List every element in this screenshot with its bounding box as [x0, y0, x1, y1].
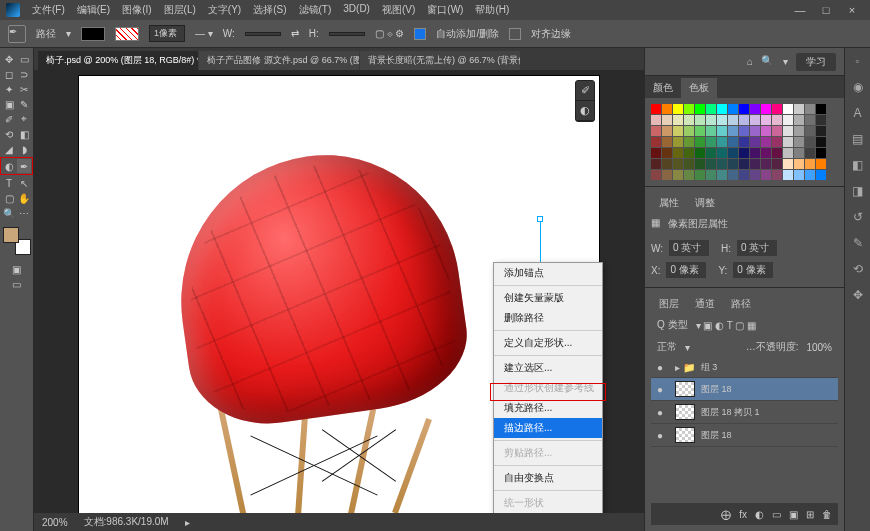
window-minimize[interactable]: —: [788, 4, 812, 16]
visibility-icon[interactable]: ●: [657, 430, 669, 441]
path-segment[interactable]: [540, 222, 541, 262]
swatch[interactable]: [673, 137, 683, 147]
menu-item[interactable]: 3D(D): [337, 1, 376, 19]
swatch[interactable]: [750, 170, 760, 180]
swatch[interactable]: [717, 115, 727, 125]
layer-action-icon[interactable]: 🗑: [822, 509, 832, 520]
auto-add-delete-checkbox[interactable]: [414, 28, 426, 40]
swatch[interactable]: [761, 170, 771, 180]
hand-tool[interactable]: ✋: [17, 191, 31, 205]
swatch[interactable]: [717, 137, 727, 147]
swatch[interactable]: [761, 159, 771, 169]
visibility-icon[interactable]: ●: [657, 362, 669, 373]
swatch[interactable]: [761, 137, 771, 147]
swatch[interactable]: [816, 126, 826, 136]
context-menu-item[interactable]: 填充路径...: [494, 398, 602, 418]
swatch[interactable]: [695, 148, 705, 158]
adjustments-tab[interactable]: 调整: [687, 193, 723, 213]
swatch[interactable]: [750, 137, 760, 147]
layer-name[interactable]: 图层 18: [701, 383, 832, 396]
swatch[interactable]: [662, 104, 672, 114]
collapsed-panel-icon[interactable]: ◧: [850, 158, 866, 174]
swatch[interactable]: [816, 148, 826, 158]
swatch[interactable]: [783, 126, 793, 136]
path-select-tool[interactable]: ↖: [17, 176, 31, 190]
swatch[interactable]: [706, 115, 716, 125]
swatch[interactable]: [684, 126, 694, 136]
active-tool-icon[interactable]: ✒: [8, 25, 26, 43]
swatch[interactable]: [783, 137, 793, 147]
quickmask-tool[interactable]: ▣: [10, 262, 24, 276]
layer-name[interactable]: 组 3: [701, 361, 832, 374]
canvas-area[interactable]: ✐ ◐ 添加锚点创建矢量蒙版删除路径定义自定形状...建立选区...通过形状创建…: [34, 70, 644, 513]
menu-item[interactable]: 图层(L): [158, 1, 202, 19]
swatch[interactable]: [673, 170, 683, 180]
swatch[interactable]: [684, 137, 694, 147]
menu-item[interactable]: 滤镜(T): [293, 1, 338, 19]
edit-toolbar[interactable]: ⋯: [17, 206, 31, 220]
paths-tab[interactable]: 路径: [723, 294, 759, 314]
layer-row[interactable]: ●图层 18: [651, 378, 838, 401]
layer-action-icon[interactable]: fx: [739, 509, 747, 520]
swatch[interactable]: [684, 148, 694, 158]
swatch[interactable]: [662, 137, 672, 147]
swatch[interactable]: [816, 170, 826, 180]
canvas[interactable]: ✐ ◐ 添加锚点创建矢量蒙版删除路径定义自定形状...建立选区...通过形状创建…: [79, 76, 599, 513]
swatch[interactable]: [805, 170, 815, 180]
swatch[interactable]: [695, 159, 705, 169]
swatch[interactable]: [739, 170, 749, 180]
swatch[interactable]: [684, 104, 694, 114]
swatch[interactable]: [816, 137, 826, 147]
swatch[interactable]: [805, 115, 815, 125]
pen-tool[interactable]: ✒: [17, 159, 31, 173]
swatch[interactable]: [651, 148, 661, 158]
swatch[interactable]: [816, 159, 826, 169]
wand-tool[interactable]: ✦: [2, 82, 16, 96]
lasso-tool[interactable]: ⊃: [17, 67, 31, 81]
swatch[interactable]: [739, 159, 749, 169]
swatch[interactable]: [761, 126, 771, 136]
collapsed-panel-icon[interactable]: ↺: [850, 210, 866, 226]
swatch[interactable]: [761, 115, 771, 125]
swatch[interactable]: [761, 148, 771, 158]
swatch[interactable]: [673, 148, 683, 158]
swatch[interactable]: [651, 170, 661, 180]
swatch[interactable]: [783, 104, 793, 114]
swatch[interactable]: [662, 159, 672, 169]
swatch[interactable]: [728, 115, 738, 125]
swatch[interactable]: [739, 104, 749, 114]
context-menu-item[interactable]: 自由变换点: [494, 468, 602, 488]
layer-thumb[interactable]: [675, 427, 695, 443]
swatch[interactable]: [772, 137, 782, 147]
swatch[interactable]: [805, 126, 815, 136]
swatch[interactable]: [651, 104, 661, 114]
move-tool[interactable]: ✥: [2, 52, 16, 66]
swatch[interactable]: [717, 170, 727, 180]
swatch[interactable]: [684, 159, 694, 169]
shape-tool[interactable]: ▢: [2, 191, 16, 205]
blend-mode[interactable]: 正常: [657, 340, 677, 354]
swatch[interactable]: [783, 159, 793, 169]
collapsed-panel-icon[interactable]: ⟲: [850, 262, 866, 278]
marquee-tool[interactable]: ◻: [2, 67, 16, 81]
swatch[interactable]: [651, 126, 661, 136]
context-menu-item[interactable]: 描边路径...: [494, 418, 602, 438]
mode-label[interactable]: 路径: [36, 27, 56, 41]
menu-item[interactable]: 编辑(E): [71, 1, 116, 19]
context-menu-item[interactable]: 创建矢量蒙版: [494, 288, 602, 308]
swatch[interactable]: [695, 115, 705, 125]
brush-mode-icon[interactable]: ◐: [576, 101, 594, 121]
layer-row[interactable]: ●图层 18: [651, 424, 838, 447]
fill-swatch[interactable]: [81, 27, 105, 41]
layer-action-icon[interactable]: ▭: [772, 509, 781, 520]
collapsed-panel-icon[interactable]: ▤: [850, 132, 866, 148]
menu-item[interactable]: 文件(F): [26, 1, 71, 19]
stamp-tool[interactable]: ⌖: [17, 112, 31, 126]
layer-action-icon[interactable]: ◐: [755, 509, 764, 520]
swatch[interactable]: [772, 170, 782, 180]
swatch[interactable]: [783, 170, 793, 180]
layer-name[interactable]: 图层 18 拷贝 1: [701, 406, 832, 419]
swatch[interactable]: [816, 115, 826, 125]
prop-w[interactable]: 0 英寸: [669, 240, 709, 256]
swatch[interactable]: [706, 148, 716, 158]
